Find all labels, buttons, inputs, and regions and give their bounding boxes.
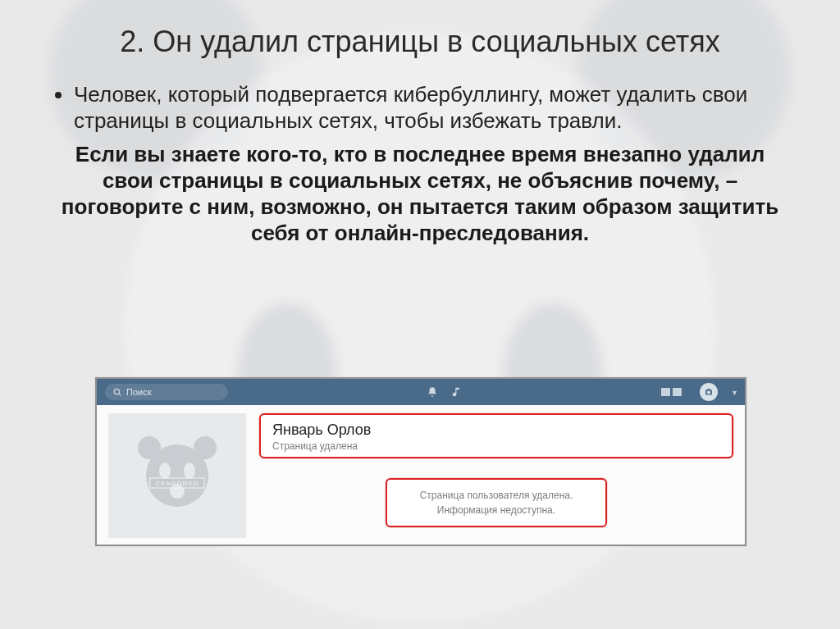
slide-title: 2. Он удалил страницы в социальных сетях xyxy=(46,25,794,59)
svg-point-0 xyxy=(114,389,119,394)
search-placeholder: Поиск xyxy=(126,387,151,397)
slide-content: 2. Он удалил страницы в социальных сетях… xyxy=(0,0,840,246)
profile-info-column: Январь Орлов Страница удалена Страница п… xyxy=(259,413,733,538)
music-icon[interactable] xyxy=(451,386,463,398)
bullet-list: Человек, который подвергается кибербулли… xyxy=(46,82,794,134)
slide: 2. Он удалил страницы в социальных сетях… xyxy=(0,0,840,629)
info-line-2: Информация недоступна. xyxy=(420,503,573,517)
svg-line-1 xyxy=(119,394,121,396)
deleted-avatar-icon xyxy=(136,435,218,517)
profile-name: Январь Орлов xyxy=(272,422,720,439)
paragraph-1: Человек, который подвергается кибербулли… xyxy=(74,82,794,134)
search-input[interactable]: Поиск xyxy=(105,384,228,400)
paragraph-2: Если вы знаете кого-то, кто в последнее … xyxy=(46,142,794,246)
vk-header: Поиск ▾ xyxy=(97,379,745,405)
header-status-bars xyxy=(661,388,682,396)
camera-icon xyxy=(704,387,714,397)
search-icon xyxy=(113,388,121,396)
info-line-1: Страница пользователя удалена. xyxy=(420,488,573,503)
profile-picture-deleted: CENSORED xyxy=(108,413,246,538)
censored-label: CENSORED xyxy=(149,478,204,489)
profile-name-box: Январь Орлов Страница удалена xyxy=(259,413,733,458)
chevron-down-icon[interactable]: ▾ xyxy=(733,388,737,397)
vk-body: CENSORED Январь Орлов Страница удалена С… xyxy=(97,405,745,548)
profile-avatar-button[interactable] xyxy=(700,383,718,401)
profile-status: Страница удалена xyxy=(272,440,720,452)
bell-icon[interactable] xyxy=(427,386,438,398)
profile-deleted-info: Страница пользователя удалена. Информаци… xyxy=(386,478,608,527)
vk-screenshot: Поиск ▾ C xyxy=(95,377,746,546)
